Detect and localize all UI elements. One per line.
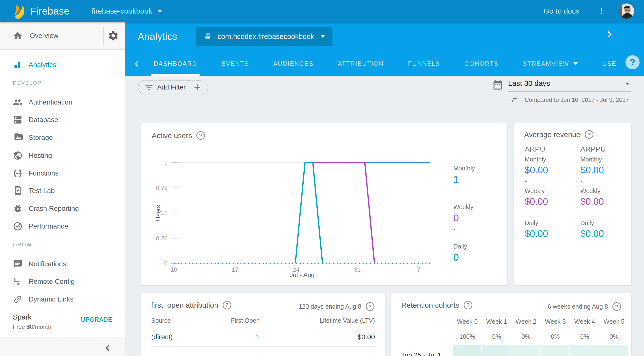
sidebar-item-crash-reporting[interactable]: Crash Reporting bbox=[0, 200, 125, 217]
tabs-scroll-left-button[interactable] bbox=[132, 59, 142, 69]
chart-x-axis-label: Jul - Aug bbox=[290, 271, 314, 279]
compare-range-text: Compared to Jun 10, 2017 - Jul 9, 2017 bbox=[524, 96, 629, 103]
phone-check-icon bbox=[13, 186, 23, 196]
sidebar-item-notifications[interactable]: Notifications bbox=[0, 255, 125, 273]
tab-attribution[interactable]: ATTRIBUTION bbox=[336, 52, 385, 76]
help-icon[interactable]: ? bbox=[464, 301, 472, 309]
stat-delta: - bbox=[524, 241, 574, 248]
tab-audiences[interactable]: AUDIENCES bbox=[272, 52, 315, 76]
plus-icon bbox=[192, 82, 202, 92]
project-settings-button[interactable] bbox=[108, 30, 120, 42]
firebase-home-link[interactable]: Firebase bbox=[13, 3, 70, 19]
sidebar-item-overview[interactable]: Overview bbox=[0, 22, 125, 50]
avatar[interactable] bbox=[619, 3, 634, 19]
x-tick-label: 31 bbox=[354, 266, 361, 273]
tab-streamview[interactable]: STREAMVIEW bbox=[521, 52, 580, 76]
sidebar-item-authentication[interactable]: Authentication bbox=[0, 93, 125, 111]
sidebar-item-remote-config[interactable]: Remote Config bbox=[0, 273, 125, 290]
total-cell: 0% bbox=[511, 329, 541, 345]
upgrade-button[interactable]: UPGRADE bbox=[81, 316, 112, 323]
top-app-bar: Firebase firebase-cookbook Go to docs bbox=[0, 0, 644, 22]
date-range-selector[interactable]: Last 30 days bbox=[508, 79, 550, 87]
avatar-image bbox=[619, 3, 634, 19]
x-tick-label: 10 bbox=[171, 266, 177, 273]
week-header: Week 2 bbox=[511, 318, 541, 329]
stat-label: Weekly bbox=[453, 203, 505, 211]
divider bbox=[103, 27, 104, 45]
sidebar-section-develop: DEVELOP bbox=[13, 80, 42, 86]
help-button[interactable]: ? bbox=[626, 55, 640, 69]
add-filter-label: Add Filter bbox=[157, 84, 186, 91]
sidebar-section-grow: GROW bbox=[13, 242, 32, 248]
go-to-docs-link[interactable]: Go to docs bbox=[544, 7, 580, 15]
stat-label: Daily bbox=[524, 219, 574, 227]
card-period-text: 120 days ending Aug 8 bbox=[299, 303, 361, 310]
overflow-menu-button[interactable] bbox=[597, 4, 606, 18]
sidebar-item-label: Overview bbox=[30, 32, 58, 40]
sidebar-item-storage[interactable]: Storage bbox=[0, 129, 125, 146]
divider bbox=[508, 91, 632, 92]
help-icon[interactable]: ? bbox=[366, 302, 374, 311]
stat-value: 1 bbox=[453, 174, 505, 185]
sidebar-item-dynamic-links[interactable]: Dynamic Links bbox=[0, 290, 125, 308]
stat-label: Daily bbox=[453, 243, 505, 250]
project-selector[interactable]: firebase-cookbook bbox=[92, 7, 162, 15]
cohort-row: Jun 25 - Jul 1 bbox=[401, 345, 630, 356]
cohort-table: Week 0 Week 1 Week 2 Week 3 Week 4 Week … bbox=[401, 318, 630, 356]
sidebar: Overview Analytics DEVELOP Authenticatio… bbox=[0, 22, 125, 356]
total-cell: 0% bbox=[482, 329, 511, 345]
database-icon bbox=[13, 115, 23, 125]
y-tick-label: 0.75 bbox=[156, 185, 168, 191]
tab-cohorts[interactable]: COHORTS bbox=[463, 52, 500, 76]
sidebar-item-test-lab[interactable]: Test Lab bbox=[0, 182, 125, 200]
tabs-scroll-right-button[interactable] bbox=[604, 29, 614, 39]
y-tick-label: 1 bbox=[164, 159, 168, 166]
main-area: Analytics com.hcodex.firebasecookbook DA… bbox=[125, 22, 644, 356]
stat-delta: - bbox=[453, 187, 505, 194]
collapse-sidebar-button[interactable] bbox=[102, 343, 113, 353]
stat-label: Monthly bbox=[580, 156, 630, 163]
sidebar-item-database[interactable]: Database bbox=[0, 111, 125, 129]
gear-icon bbox=[108, 30, 119, 41]
sidebar-item-label: Dynamic Links bbox=[28, 295, 74, 303]
app-selector[interactable]: com.hcodex.firebasecookbook bbox=[196, 27, 332, 46]
android-icon bbox=[203, 32, 212, 41]
sidebar-item-label: Remote Config bbox=[28, 278, 75, 286]
stat-value: $0.00 bbox=[524, 197, 574, 207]
chat-icon bbox=[13, 259, 23, 269]
chevron-down-icon bbox=[321, 35, 325, 38]
tab-bar: DASHBOARD EVENTS AUDIENCES ATTRIBUTION F… bbox=[125, 52, 616, 76]
chevron-down-icon bbox=[574, 62, 578, 65]
stat-value: $0.00 bbox=[580, 229, 630, 239]
remote-config-icon bbox=[13, 277, 23, 287]
help-icon[interactable]: ? bbox=[612, 302, 621, 311]
stat-label: Weekly bbox=[524, 187, 574, 195]
help-icon[interactable]: ? bbox=[223, 301, 231, 309]
help-icon[interactable]: ? bbox=[585, 130, 594, 139]
stat-daily: Daily 0 - bbox=[453, 243, 505, 272]
tab-user-properties[interactable]: USER PI bbox=[600, 52, 616, 76]
sidebar-item-label: Hosting bbox=[28, 152, 52, 159]
plan-box: Spark Free $0/month UPGRADE bbox=[0, 309, 125, 338]
sidebar-item-analytics[interactable]: Analytics bbox=[0, 56, 125, 74]
help-icon[interactable]: ? bbox=[196, 131, 205, 140]
tab-dashboard[interactable]: DASHBOARD bbox=[152, 52, 198, 76]
cohort-week-header-row: Week 0 Week 1 Week 2 Week 3 Week 4 Week … bbox=[401, 318, 630, 329]
active-users-card: Active users ? 10.750.50.250101724317 Us… bbox=[141, 123, 507, 285]
y-tick-label: 0.25 bbox=[156, 235, 168, 242]
sidebar-item-functions[interactable]: Functions bbox=[0, 164, 125, 182]
stat-value: 0 bbox=[453, 252, 505, 263]
table-row: (direct) 1 $0.00 bbox=[151, 328, 375, 347]
sidebar-item-hosting[interactable]: Hosting bbox=[0, 147, 125, 164]
tab-funnels[interactable]: FUNNELS bbox=[406, 52, 442, 76]
project-name: firebase-cookbook bbox=[92, 7, 152, 15]
chevron-down-icon[interactable] bbox=[625, 83, 630, 85]
cohort-cell bbox=[599, 345, 629, 356]
sidebar-item-performance[interactable]: Performance bbox=[0, 217, 125, 235]
analytics-icon bbox=[13, 60, 23, 70]
active-users-chart: 10.750.50.250101724317 bbox=[141, 123, 507, 285]
tab-events[interactable]: EVENTS bbox=[220, 52, 250, 76]
x-tick-label: 17 bbox=[232, 266, 238, 273]
add-filter-button[interactable]: Add Filter bbox=[138, 80, 208, 94]
cohort-cell bbox=[541, 345, 570, 356]
